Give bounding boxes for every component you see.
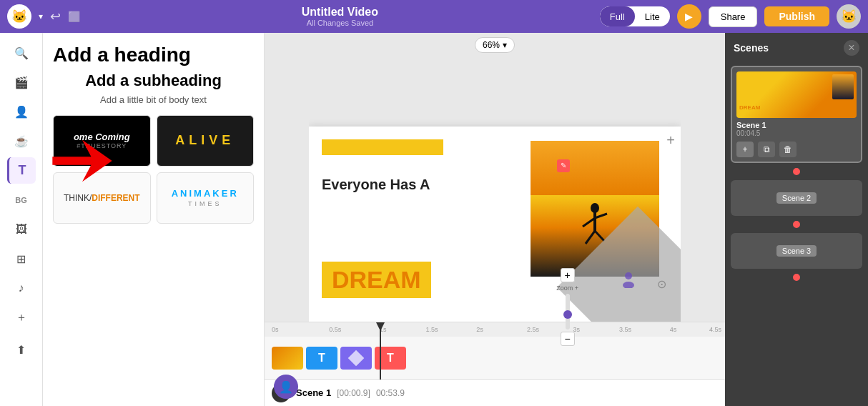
video-title[interactable]: Untitled Video [87,6,593,19]
scene-card-1[interactable]: DREAM Scene 1 00:04.5 + ⧉ 🗑 [731,66,862,163]
scene-1-actions: + ⧉ 🗑 [736,142,857,157]
publish-button[interactable]: Publish [764,6,829,26]
scene-delete-button[interactable]: 🗑 [779,142,797,157]
sidebar-item-search[interactable]: 🔍 [7,40,36,66]
save-status: All Changes Saved [87,19,593,27]
toggle-lite[interactable]: Lite [635,6,670,26]
preview-button[interactable]: ▶ [677,4,701,29]
scenes-close-button[interactable]: × [844,40,859,56]
scene-copy-button[interactable]: ⧉ [758,142,775,157]
track-shape[interactable] [340,347,372,370]
person-icon-canvas [619,269,638,291]
canvas-dream-block[interactable]: DREAM [322,262,431,298]
svg-line-4 [595,214,607,218]
canvas-main-text[interactable]: Everyone Has A [322,177,479,193]
svg-line-6 [595,231,604,241]
panel-item-think[interactable]: THINK/DIFFERENT [53,172,151,224]
track-text-1[interactable]: T [306,347,337,370]
timeline-tracks: T T [265,337,725,380]
track-image[interactable] [272,347,303,370]
zoom-controls: + Zoom + − [556,268,578,346]
left-sidebar: 🔍 🎬 👤 ☕ T BG 🖼 ⊞ ♪ ＋ ⬆ [0,33,43,406]
user-avatar[interactable]: 🐱 [837,4,861,29]
text-panel: Add a heading Add a subheading Add a lit… [43,33,265,406]
svg-point-1 [591,203,599,213]
zoom-chevron-icon: ▾ [503,40,507,50]
zoom-minus-button[interactable]: − [561,332,575,346]
zoom-handle[interactable] [563,310,572,319]
sidebar-item-person[interactable]: 👤 [7,99,36,125]
svg-line-3 [583,218,595,227]
scene-1-label: Scene 1 [736,121,766,129]
scene-card-3[interactable]: Scene 3 [731,233,862,269]
canvas-add-element[interactable]: + [666,132,675,149]
scenes-panel: Scenes × DREAM Scene 1 00:04.5 [725,33,868,406]
sidebar-item-text[interactable]: T [7,157,36,184]
panel-subheading[interactable]: Add a subheading [53,71,254,90]
sidebar-item-grid[interactable]: ⊞ [7,246,36,272]
panel-item-coming[interactable]: ome Coming #TRUESTORY [53,115,151,167]
time-total: 00:53.9 [376,388,405,398]
svg-line-5 [586,231,595,244]
user-avatar-bottom[interactable]: 👤 [274,375,298,399]
scene-add-indicator-2 [725,221,868,228]
redo-button[interactable]: ⬜ [68,11,80,22]
canvas-topbar: 66% ▾ [265,33,725,57]
sidebar-item-plus[interactable]: ＋ [7,304,36,331]
sidebar-item-bg[interactable]: BG [7,187,36,213]
sidebar-item-image[interactable]: 🖼 [7,217,36,243]
timeline: 0s 0.5s 1s 1.5s 2s 2.5s 3s 3.5s 4s 4.5s [265,322,725,379]
scene-card-2[interactable]: Scene 2 [731,180,862,216]
panel-grid: ome Coming #TRUESTORY ALIVE THINK/DIFFER… [53,115,254,224]
scenes-header: Scenes × [725,33,868,63]
topbar: 🐱 ▾ ↩ ⬜ Untitled Video All Changes Saved… [0,0,868,33]
main-area: 🔍 🎬 👤 ☕ T BG 🖼 ⊞ ♪ ＋ ⬆ [0,33,868,406]
view-toggle: Full Lite [600,6,670,26]
sidebar-item-cup[interactable]: ☕ [7,128,36,154]
logo-dropdown[interactable]: ▾ [39,11,43,21]
zoom-plus-button[interactable]: + [561,268,575,282]
panel-item-alive[interactable]: ALIVE [157,115,255,167]
add-dot-1 [793,168,800,175]
scene-2-label: Scene 2 [776,192,817,204]
panel-body[interactable]: Add a little bit of body text [53,94,254,105]
playhead[interactable] [380,322,381,380]
add-dot-3 [793,274,800,281]
settings-icon-canvas[interactable]: ⊙ [657,277,666,291]
canvas-stage[interactable]: Everyone Has A DREAM [309,127,681,337]
canvas-edit-badge[interactable]: ✎ [557,159,570,172]
zoom-level: 66% [483,40,500,50]
svg-point-8 [623,282,634,288]
timeline-ruler: 0s 0.5s 1s 1.5s 2s 2.5s 3s 3.5s 4s 4.5s [265,322,725,337]
add-dot-2 [793,221,800,228]
app-logo[interactable]: 🐱 [7,4,31,29]
time-current: [00:00.9] [337,388,370,398]
undo-button[interactable]: ↩ [50,9,61,24]
scenes-title: Scenes [734,42,769,54]
title-area: Untitled Video All Changes Saved [87,6,593,27]
scene-add-indicator-3 [725,274,868,281]
svg-point-7 [625,272,632,279]
playbar: ▶ Scene 1 [00:00.9] 00:53.9 [265,379,725,406]
scene-label: Scene 1 [296,387,331,398]
scene-3-label: Scene 3 [776,245,817,257]
scene-add-button[interactable]: + [736,142,754,157]
sidebar-item-video[interactable]: 🎬 [7,69,36,96]
scene-add-indicator-1 [725,168,868,175]
toggle-full[interactable]: Full [600,6,635,26]
canvas-dream-text: DREAM [332,266,421,293]
scene-1-thumb: DREAM [736,71,857,118]
panel-item-animaker[interactable]: ANIMAKER TIMES [157,172,255,224]
share-button[interactable]: Share [709,6,758,27]
canvas-yellow-bar [322,139,443,155]
zoom-label: Zoom + [556,284,578,292]
scene-1-time: 00:04.5 [736,129,766,137]
canvas-area: 66% ▾ Everyone Has A DREAM [265,33,725,406]
scene-card-1-inner: DREAM Scene 1 00:04.5 + ⧉ 🗑 [732,67,861,162]
sidebar-item-music[interactable]: ♪ [7,275,36,302]
sidebar-item-upload[interactable]: ⬆ [7,337,36,363]
zoom-slider[interactable] [566,294,570,330]
panel-heading[interactable]: Add a heading [53,43,254,67]
canvas-bottom: 0s 0.5s 1s 1.5s 2s 2.5s 3s 3.5s 4s 4.5s [265,322,725,406]
zoom-control[interactable]: 66% ▾ [475,37,515,53]
